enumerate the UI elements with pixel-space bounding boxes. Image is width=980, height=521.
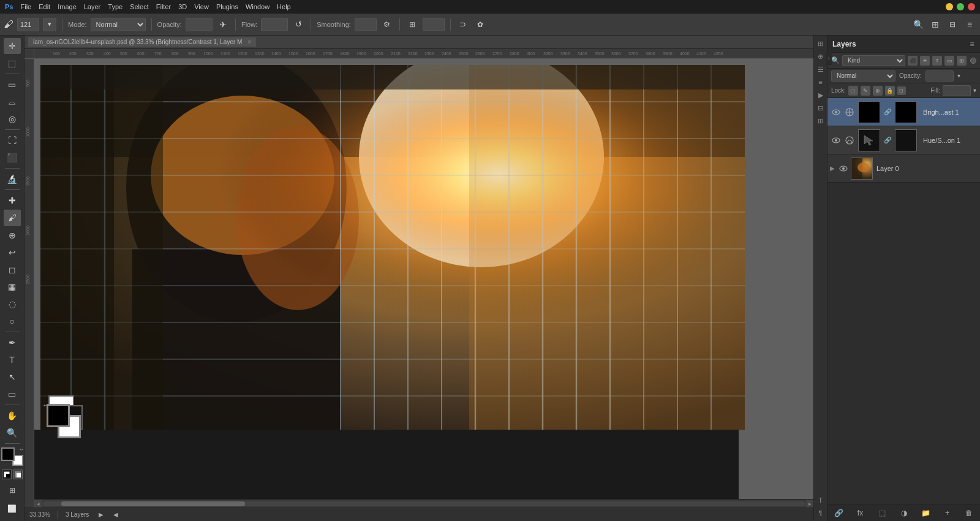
hand-tool[interactable]: ✋ (4, 408, 21, 424)
canvas-content[interactable]: ↔ (34, 59, 813, 499)
angle-input[interactable]: 0° (423, 18, 445, 31)
extra-panel-icon[interactable]: ⊞ (815, 115, 826, 126)
add-layer-btn[interactable]: + (941, 507, 954, 519)
maximize-button[interactable] (957, 3, 964, 10)
filter-toggle[interactable] (970, 58, 976, 64)
arrange-button[interactable]: ⊞ (929, 18, 942, 31)
document-tab[interactable]: iam_os-nGOL2lellb4-unsplash.psd @ 33.3% … (28, 37, 256, 47)
fg-bg-swatches[interactable]: ↔ (1, 447, 23, 466)
healing-tool[interactable]: ✚ (4, 192, 21, 208)
minimize-button[interactable] (946, 3, 953, 10)
brush-tool[interactable]: 🖌 (4, 210, 21, 226)
kind-select[interactable]: Kind (842, 55, 905, 66)
add-adjustment-btn[interactable]: ◑ (898, 507, 910, 519)
menu-plugins[interactable]: Plugins (216, 3, 238, 10)
type-panel-icon[interactable]: T (815, 495, 826, 506)
flow-input[interactable]: 100% (261, 18, 288, 31)
brush-pose-button[interactable]: ✿ (473, 18, 487, 31)
swap-icon[interactable]: ↔ (19, 446, 24, 452)
paragraph-panel-icon[interactable]: ¶ (815, 508, 826, 519)
opacity-input[interactable]: 100% (925, 70, 954, 82)
frame-tool[interactable]: ⬛ (4, 150, 21, 165)
properties-panel-icon[interactable]: ☰ (815, 64, 826, 75)
menu-type[interactable]: Type (108, 3, 123, 10)
standard-mode-icon[interactable] (2, 470, 12, 479)
horizontal-scrollbar[interactable]: ◂ ▸ (34, 499, 813, 508)
libraries-panel-icon[interactable]: ⊟ (815, 102, 826, 113)
menu-layer[interactable]: Layer (84, 3, 101, 10)
tab-close-icon[interactable]: × (247, 39, 251, 45)
add-mask-btn[interactable]: ⬚ (876, 507, 888, 519)
lock-position-icon[interactable]: ✎ (861, 86, 870, 96)
shape-filter-icon[interactable]: ▭ (944, 56, 954, 66)
screen-mode-button[interactable]: ⬜ (4, 500, 21, 517)
fill-input[interactable]: 100% (943, 85, 971, 96)
add-group-btn[interactable]: 📁 (919, 507, 932, 519)
pen-tool[interactable]: ✒ (4, 335, 21, 351)
fill-arrow[interactable]: ▾ (973, 87, 976, 94)
scrollbar-track[interactable] (43, 501, 805, 506)
foreground-swatch[interactable] (1, 447, 15, 461)
quick-select-tool[interactable]: ◎ (4, 111, 21, 127)
adjustment-filter-icon[interactable]: ☀ (920, 56, 930, 66)
menu-help[interactable]: Help (277, 3, 291, 10)
eraser-tool[interactable]: ◻ (4, 262, 21, 278)
panel-menu-icon[interactable]: ≡ (967, 39, 978, 50)
layer-visibility-bc[interactable] (831, 107, 841, 117)
smoothing-settings[interactable]: ⚙ (380, 18, 394, 31)
clone-stamp-tool[interactable]: ⊕ (4, 227, 21, 243)
menu-view[interactable]: View (194, 3, 209, 10)
marquee-rect-tool[interactable]: ▭ (4, 77, 21, 93)
quick-mask-mode-icon[interactable] (13, 470, 23, 479)
status-collapse-btn[interactable]: ◀ (113, 511, 118, 518)
brush-size-input[interactable] (17, 18, 39, 31)
history-brush-tool[interactable]: ↩ (4, 245, 21, 260)
move-tool[interactable]: ✛ (4, 38, 21, 54)
menu-3d[interactable]: 3D (178, 3, 187, 10)
layer-item-hue-saturation[interactable]: 🔗 Hue/S...on 1 (827, 126, 980, 154)
adjustments-panel-icon[interactable]: ⊕ (815, 51, 826, 62)
layer0-expand-arrow[interactable]: ▶ (827, 154, 837, 183)
menu-filter[interactable]: Filter (156, 3, 171, 10)
opacity-input[interactable]: 13% (186, 18, 213, 31)
type-tool[interactable]: T (4, 352, 21, 368)
link-layers-btn[interactable]: 🔗 (832, 507, 845, 519)
brush-settings-button[interactable]: ▾ (43, 18, 56, 31)
lock-all-icon[interactable]: 🔒 (885, 86, 895, 96)
crop-tool[interactable]: ⛶ (4, 132, 21, 148)
shape-tool[interactable]: ▭ (4, 386, 21, 402)
artboard-tool[interactable]: ⬚ (4, 55, 21, 71)
gradient-tool[interactable]: ▦ (4, 279, 21, 295)
lasso-tool[interactable]: ⌓ (4, 94, 21, 110)
smoothing-input[interactable]: 0% (355, 18, 377, 31)
blend-mode-dropdown[interactable]: Normal Dissolve Multiply Screen Overlay (831, 70, 895, 82)
menu-image[interactable]: Image (58, 3, 77, 10)
eyedropper-tool[interactable]: 🔬 (4, 171, 21, 187)
menu-window[interactable]: Window (246, 3, 270, 10)
lock-artboard-icon[interactable]: ⊕ (873, 86, 883, 96)
scroll-right-btn[interactable]: ▸ (806, 500, 813, 508)
opacity-arrow[interactable]: ▾ (957, 72, 960, 79)
layer-visibility-hs[interactable] (831, 135, 841, 145)
menu-file[interactable]: File (20, 3, 31, 10)
pressure-button[interactable]: ⊃ (456, 18, 470, 31)
blend-mode-select[interactable]: Normal Dissolve Multiply Screen (91, 18, 146, 31)
learn-panel-icon[interactable]: ▶ (815, 89, 826, 101)
pixel-filter-icon[interactable]: ⬛ (908, 56, 918, 66)
symmetry-button[interactable]: ⊞ (405, 18, 419, 31)
airbrush-toggle[interactable]: ✈ (216, 18, 230, 31)
dodge-tool[interactable]: ○ (4, 313, 21, 329)
menu-edit[interactable]: Edit (39, 3, 50, 10)
status-expand-btn[interactable]: ▶ (99, 511, 104, 518)
lock-pixels-icon[interactable]: ⬚ (848, 86, 858, 96)
delete-layer-btn[interactable]: 🗑 (963, 507, 975, 519)
lock-extra-icon[interactable]: ◻ (897, 86, 906, 95)
more-button[interactable]: ≡ (963, 18, 976, 31)
toggle-view-button[interactable]: ⊞ (4, 482, 21, 499)
menu-ps[interactable]: Ps (5, 3, 13, 10)
close-button[interactable] (968, 3, 975, 10)
blur-tool[interactable]: ◌ (4, 296, 21, 312)
layer-visibility-l0[interactable] (839, 164, 848, 173)
menu-select[interactable]: Select (130, 3, 149, 10)
flow-toggle[interactable]: ↺ (292, 18, 305, 31)
